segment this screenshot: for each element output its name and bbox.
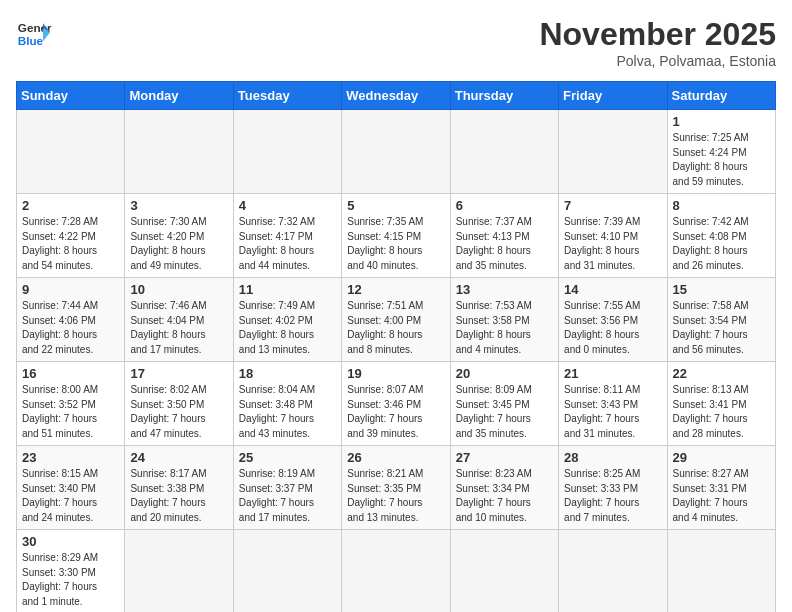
day-number: 18 [239,366,336,381]
week-row-6: 30Sunrise: 8:29 AM Sunset: 3:30 PM Dayli… [17,530,776,613]
day-info: Sunrise: 7:39 AM Sunset: 4:10 PM Dayligh… [564,215,661,273]
day-number: 29 [673,450,770,465]
day-number: 22 [673,366,770,381]
day-info: Sunrise: 8:11 AM Sunset: 3:43 PM Dayligh… [564,383,661,441]
weekday-header-tuesday: Tuesday [233,82,341,110]
empty-cell [450,110,558,194]
day-cell-2: 2Sunrise: 7:28 AM Sunset: 4:22 PM Daylig… [17,194,125,278]
day-info: Sunrise: 8:02 AM Sunset: 3:50 PM Dayligh… [130,383,227,441]
empty-cell [559,110,667,194]
empty-cell [450,530,558,613]
day-info: Sunrise: 7:53 AM Sunset: 3:58 PM Dayligh… [456,299,553,357]
day-cell-24: 24Sunrise: 8:17 AM Sunset: 3:38 PM Dayli… [125,446,233,530]
day-info: Sunrise: 8:00 AM Sunset: 3:52 PM Dayligh… [22,383,119,441]
day-info: Sunrise: 8:17 AM Sunset: 3:38 PM Dayligh… [130,467,227,525]
day-cell-27: 27Sunrise: 8:23 AM Sunset: 3:34 PM Dayli… [450,446,558,530]
empty-cell [233,530,341,613]
day-info: Sunrise: 7:58 AM Sunset: 3:54 PM Dayligh… [673,299,770,357]
day-number: 20 [456,366,553,381]
week-row-2: 2Sunrise: 7:28 AM Sunset: 4:22 PM Daylig… [17,194,776,278]
day-info: Sunrise: 8:25 AM Sunset: 3:33 PM Dayligh… [564,467,661,525]
day-number: 11 [239,282,336,297]
day-info: Sunrise: 8:04 AM Sunset: 3:48 PM Dayligh… [239,383,336,441]
day-number: 12 [347,282,444,297]
day-cell-5: 5Sunrise: 7:35 AM Sunset: 4:15 PM Daylig… [342,194,450,278]
day-number: 23 [22,450,119,465]
day-cell-13: 13Sunrise: 7:53 AM Sunset: 3:58 PM Dayli… [450,278,558,362]
day-info: Sunrise: 7:32 AM Sunset: 4:17 PM Dayligh… [239,215,336,273]
svg-text:Blue: Blue [18,34,44,47]
day-cell-8: 8Sunrise: 7:42 AM Sunset: 4:08 PM Daylig… [667,194,775,278]
week-row-5: 23Sunrise: 8:15 AM Sunset: 3:40 PM Dayli… [17,446,776,530]
month-title: November 2025 [539,16,776,53]
weekday-header-wednesday: Wednesday [342,82,450,110]
day-info: Sunrise: 8:21 AM Sunset: 3:35 PM Dayligh… [347,467,444,525]
day-info: Sunrise: 7:28 AM Sunset: 4:22 PM Dayligh… [22,215,119,273]
day-cell-26: 26Sunrise: 8:21 AM Sunset: 3:35 PM Dayli… [342,446,450,530]
day-number: 24 [130,450,227,465]
day-number: 14 [564,282,661,297]
empty-cell [17,110,125,194]
day-info: Sunrise: 7:42 AM Sunset: 4:08 PM Dayligh… [673,215,770,273]
day-number: 7 [564,198,661,213]
day-number: 5 [347,198,444,213]
day-cell-1: 1Sunrise: 7:25 AM Sunset: 4:24 PM Daylig… [667,110,775,194]
day-cell-6: 6Sunrise: 7:37 AM Sunset: 4:13 PM Daylig… [450,194,558,278]
day-info: Sunrise: 8:19 AM Sunset: 3:37 PM Dayligh… [239,467,336,525]
day-cell-28: 28Sunrise: 8:25 AM Sunset: 3:33 PM Dayli… [559,446,667,530]
day-info: Sunrise: 7:25 AM Sunset: 4:24 PM Dayligh… [673,131,770,189]
day-number: 17 [130,366,227,381]
day-info: Sunrise: 8:15 AM Sunset: 3:40 PM Dayligh… [22,467,119,525]
day-info: Sunrise: 7:46 AM Sunset: 4:04 PM Dayligh… [130,299,227,357]
day-cell-17: 17Sunrise: 8:02 AM Sunset: 3:50 PM Dayli… [125,362,233,446]
day-cell-3: 3Sunrise: 7:30 AM Sunset: 4:20 PM Daylig… [125,194,233,278]
day-info: Sunrise: 8:13 AM Sunset: 3:41 PM Dayligh… [673,383,770,441]
day-info: Sunrise: 8:23 AM Sunset: 3:34 PM Dayligh… [456,467,553,525]
day-cell-23: 23Sunrise: 8:15 AM Sunset: 3:40 PM Dayli… [17,446,125,530]
logo-icon: General Blue [16,16,52,52]
day-number: 2 [22,198,119,213]
week-row-4: 16Sunrise: 8:00 AM Sunset: 3:52 PM Dayli… [17,362,776,446]
day-number: 28 [564,450,661,465]
day-number: 27 [456,450,553,465]
weekday-header-thursday: Thursday [450,82,558,110]
day-cell-18: 18Sunrise: 8:04 AM Sunset: 3:48 PM Dayli… [233,362,341,446]
day-cell-21: 21Sunrise: 8:11 AM Sunset: 3:43 PM Dayli… [559,362,667,446]
day-info: Sunrise: 7:51 AM Sunset: 4:00 PM Dayligh… [347,299,444,357]
day-info: Sunrise: 8:27 AM Sunset: 3:31 PM Dayligh… [673,467,770,525]
weekday-header-friday: Friday [559,82,667,110]
day-info: Sunrise: 7:44 AM Sunset: 4:06 PM Dayligh… [22,299,119,357]
day-cell-29: 29Sunrise: 8:27 AM Sunset: 3:31 PM Dayli… [667,446,775,530]
empty-cell [125,530,233,613]
day-cell-30: 30Sunrise: 8:29 AM Sunset: 3:30 PM Dayli… [17,530,125,613]
day-info: Sunrise: 8:07 AM Sunset: 3:46 PM Dayligh… [347,383,444,441]
logo: General Blue [16,16,52,52]
day-number: 4 [239,198,336,213]
day-number: 16 [22,366,119,381]
empty-cell [559,530,667,613]
day-cell-25: 25Sunrise: 8:19 AM Sunset: 3:37 PM Dayli… [233,446,341,530]
day-number: 8 [673,198,770,213]
day-cell-10: 10Sunrise: 7:46 AM Sunset: 4:04 PM Dayli… [125,278,233,362]
day-number: 19 [347,366,444,381]
day-info: Sunrise: 7:35 AM Sunset: 4:15 PM Dayligh… [347,215,444,273]
day-number: 15 [673,282,770,297]
location: Polva, Polvamaa, Estonia [539,53,776,69]
day-info: Sunrise: 7:37 AM Sunset: 4:13 PM Dayligh… [456,215,553,273]
week-row-1: 1Sunrise: 7:25 AM Sunset: 4:24 PM Daylig… [17,110,776,194]
page-header: General Blue November 2025 Polva, Polvam… [16,16,776,69]
weekday-header-row: SundayMondayTuesdayWednesdayThursdayFrid… [17,82,776,110]
empty-cell [125,110,233,194]
day-info: Sunrise: 7:30 AM Sunset: 4:20 PM Dayligh… [130,215,227,273]
day-info: Sunrise: 8:29 AM Sunset: 3:30 PM Dayligh… [22,551,119,609]
day-cell-12: 12Sunrise: 7:51 AM Sunset: 4:00 PM Dayli… [342,278,450,362]
day-number: 9 [22,282,119,297]
day-info: Sunrise: 7:55 AM Sunset: 3:56 PM Dayligh… [564,299,661,357]
weekday-header-sunday: Sunday [17,82,125,110]
day-cell-14: 14Sunrise: 7:55 AM Sunset: 3:56 PM Dayli… [559,278,667,362]
day-number: 3 [130,198,227,213]
day-cell-7: 7Sunrise: 7:39 AM Sunset: 4:10 PM Daylig… [559,194,667,278]
weekday-header-saturday: Saturday [667,82,775,110]
day-number: 6 [456,198,553,213]
empty-cell [667,530,775,613]
